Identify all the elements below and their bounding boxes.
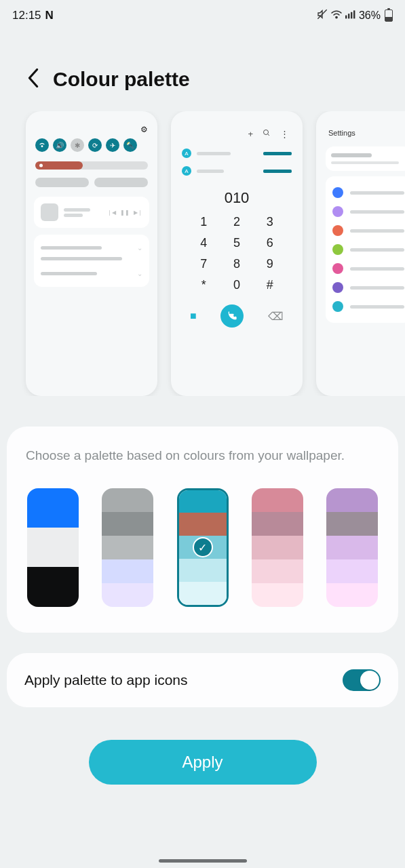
apply-icons-card: Apply palette to app icons (7, 653, 398, 707)
search-icon (263, 129, 271, 139)
settings-row (331, 278, 405, 297)
more-icon: ⋮ (280, 129, 289, 139)
page-title: Colour palette (53, 68, 190, 91)
palette-card: Choose a palette based on colours from y… (7, 427, 398, 633)
dial-pad: 1 2 3 4 5 6 7 8 9 * 0 # (178, 211, 296, 296)
check-icon: ✓ (193, 537, 213, 557)
svg-rect-4 (351, 12, 352, 19)
dialed-number: 010 (178, 189, 296, 207)
settings-row (331, 202, 405, 221)
key-7: 7 (187, 257, 220, 271)
status-bar: 12:15 N 36% (0, 0, 405, 27)
status-time: 12:15 (12, 9, 41, 22)
palette-description: Choose a palette based on colours from y… (26, 447, 379, 465)
svg-rect-5 (353, 10, 355, 18)
settings-row (331, 240, 405, 259)
call-icon (220, 304, 244, 328)
settings-row-icon (332, 187, 343, 198)
bluetooth-toggle-icon: ✱ (71, 138, 84, 152)
rotate-toggle-icon: ⟳ (88, 138, 102, 152)
wifi-toggle-icon (35, 138, 49, 152)
palette-swatch-3[interactable] (252, 488, 303, 607)
settings-row-icon (332, 206, 343, 217)
svg-line-8 (268, 134, 270, 136)
palette-swatch-4[interactable] (326, 488, 378, 607)
key-2: 2 (220, 215, 254, 229)
plus-icon: + (248, 129, 253, 139)
settings-row-icon (332, 282, 343, 293)
battery-percent: 36% (359, 9, 381, 22)
key-1: 1 (187, 215, 220, 229)
signal-icon (345, 9, 356, 22)
preview-dialer[interactable]: + ⋮ A A 010 1 2 3 4 5 6 7 8 9 * 0 # ■ ⌫ (171, 111, 303, 396)
svg-rect-3 (348, 14, 349, 18)
key-5: 5 (220, 236, 254, 250)
key-4: 4 (187, 236, 220, 250)
video-call-icon: ■ (190, 310, 197, 322)
key-8: 8 (220, 257, 254, 271)
key-star: * (187, 278, 220, 292)
settings-row (331, 259, 405, 278)
settings-row-icon (332, 301, 343, 312)
apply-button-label: Apply (182, 753, 223, 772)
preview-quicksettings[interactable]: ⚙ 🔊 ✱ ⟳ ✈ 🔦 ❘◀❚❚▶❘ ⌄ ⌄ (26, 111, 157, 396)
header: Colour palette (0, 27, 405, 111)
key-hash: # (253, 278, 286, 292)
settings-row-icon (332, 225, 343, 236)
airplane-toggle-icon: ✈ (106, 138, 119, 152)
svg-point-1 (336, 16, 337, 18)
key-3: 3 (253, 215, 286, 229)
key-9: 9 (253, 257, 286, 271)
preview-settings[interactable]: Settings (316, 111, 405, 396)
apply-icons-toggle[interactable] (343, 669, 381, 691)
settings-row (331, 297, 405, 316)
wifi-icon (330, 9, 343, 22)
status-app-badge: N (45, 9, 54, 22)
key-0: 0 (220, 278, 254, 292)
apply-button[interactable]: Apply (89, 740, 317, 785)
battery-icon (385, 9, 393, 22)
flashlight-toggle-icon: 🔦 (123, 138, 137, 152)
backspace-icon: ⌫ (268, 310, 284, 323)
mute-icon (317, 9, 328, 22)
settings-row-icon (332, 244, 343, 255)
palette-swatch-2[interactable]: ✓ (177, 488, 229, 607)
back-icon[interactable] (27, 68, 39, 90)
svg-point-6 (41, 146, 43, 147)
svg-rect-2 (345, 16, 347, 19)
settings-row (331, 183, 405, 202)
settings-title: Settings (323, 118, 405, 141)
svg-point-7 (264, 130, 269, 135)
key-6: 6 (253, 236, 286, 250)
media-card: ❘◀❚❚▶❘ (34, 197, 149, 228)
apply-icons-label: Apply palette to app icons (24, 672, 188, 688)
contact-avatar: A (182, 166, 191, 176)
swatch-row: ✓ (26, 488, 379, 607)
palette-swatch-0[interactable] (27, 488, 79, 607)
contact-avatar: A (182, 149, 191, 158)
settings-row-icon (332, 263, 343, 274)
preview-row: ⚙ 🔊 ✱ ⟳ ✈ 🔦 ❘◀❚❚▶❘ ⌄ ⌄ + ⋮ A (0, 111, 405, 396)
settings-row (331, 221, 405, 240)
home-indicator[interactable] (159, 859, 247, 863)
brightness-slider (35, 161, 148, 170)
palette-swatch-1[interactable] (102, 488, 153, 607)
sound-toggle-icon: 🔊 (53, 138, 66, 152)
gear-icon: ⚙ (140, 125, 148, 134)
